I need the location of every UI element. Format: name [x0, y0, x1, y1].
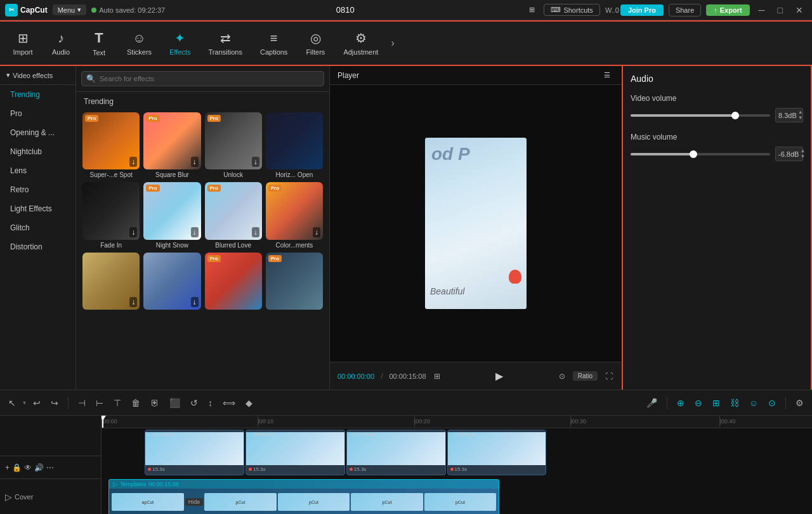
pro-badge: Pro — [207, 185, 221, 192]
close-button[interactable]: ✕ — [792, 4, 807, 16]
effect-unlock[interactable]: Pro ↓ Unlock — [205, 112, 262, 178]
zoom-button[interactable]: ⊙ — [558, 371, 566, 382]
player-menu-button[interactable]: ☰ — [600, 70, 614, 81]
track-menu-button[interactable]: ⋯ — [46, 463, 54, 472]
toolbar-text[interactable]: T Text — [81, 26, 117, 60]
effect-row3d[interactable]: Pro — [266, 253, 323, 312]
zoom-in-button[interactable]: ⊕ — [674, 396, 688, 410]
effect-row3b[interactable]: ↓ — [143, 253, 200, 312]
video-clip-4[interactable]: 15.3s ...nd Paradi — [447, 430, 547, 475]
filters-label: Filters — [306, 48, 325, 56]
toolbar-import[interactable]: ⊞ Import — [5, 27, 41, 60]
minimize-button[interactable]: ─ — [755, 4, 769, 16]
toolbar-more-button[interactable]: › — [388, 35, 396, 51]
grid-view-button[interactable]: ⊞ — [525, 4, 539, 15]
toolbar-captions[interactable]: ≡ Captions — [252, 27, 295, 60]
toolbar-adjustment[interactable]: ⚙ Adjustment — [336, 27, 386, 60]
tl-sep1 — [68, 397, 69, 409]
zoom-out-button[interactable]: ⊖ — [691, 396, 705, 410]
trim-right-button[interactable]: ⊤ — [110, 396, 124, 410]
menu-button[interactable]: Menu ▾ — [53, 4, 87, 15]
maximize-button[interactable]: □ — [774, 4, 787, 16]
sidebar-item-lens[interactable]: Lens — [0, 161, 75, 180]
video-vol-down[interactable]: ▼ — [798, 115, 803, 121]
effect-row3a[interactable]: ↓ — [82, 253, 140, 312]
tl-sep2 — [667, 397, 667, 409]
sidebar-item-nightclub[interactable]: Nightclub — [0, 142, 75, 161]
video-volume-row: Video volume 8.3dB ▲ ▼ — [631, 94, 803, 122]
fit-button[interactable]: ⊞ — [709, 396, 723, 410]
split-button[interactable]: ⊣ — [75, 396, 89, 410]
sidebar-item-pro[interactable]: Pro — [0, 104, 75, 123]
hide-button[interactable]: Hide — [185, 498, 204, 506]
ratio-button[interactable]: Ratio — [573, 371, 598, 381]
join-pro-button[interactable]: Join Pro — [620, 4, 664, 16]
share-button[interactable]: Share — [669, 4, 701, 16]
sidebar-item-distortion[interactable]: Distortion — [0, 237, 75, 256]
grid-icon-button[interactable]: ⊞ — [433, 371, 442, 382]
toolbar-audio[interactable]: ♪ Audio — [43, 27, 79, 60]
effect-fade-in[interactable]: ↓ Fade In — [82, 182, 140, 248]
toolbar-filters[interactable]: ◎ Filters — [298, 27, 333, 60]
sidebar-item-retro[interactable]: Retro — [0, 180, 75, 199]
effect-color-ments[interactable]: Pro ↓ Color...ments — [266, 182, 323, 248]
emoji-button[interactable]: ☺ — [746, 396, 761, 410]
effect-square-blur[interactable]: Pro ↓ Square Blur — [143, 112, 200, 178]
track-vol-button[interactable]: 🔊 — [34, 463, 44, 472]
mask-button[interactable]: ⛨ — [147, 396, 162, 410]
more-button[interactable]: ⊙ — [765, 396, 779, 410]
captions-label: Captions — [260, 48, 287, 56]
effect-horiz-open[interactable]: Horiz... Open — [266, 112, 323, 178]
template-bar[interactable]: ▷ Templates 00:00:15:08 apCut Hide pCut … — [108, 479, 499, 514]
track-eye-button[interactable]: 👁 — [24, 463, 32, 472]
delete-button[interactable]: 🗑 — [128, 396, 143, 410]
settings-button[interactable]: ⚙ — [792, 396, 807, 410]
light-effects-label: Light Effects — [10, 204, 52, 213]
sidebar-item-opening[interactable]: Opening & ... — [0, 123, 75, 142]
fullscreen-button[interactable]: ⛶ — [604, 371, 614, 382]
effect-blurred-love[interactable]: Pro ↓ Blurred Love — [205, 182, 262, 248]
cursor-tool[interactable]: ↖ — [5, 396, 19, 410]
freeze-button[interactable]: ⬛ — [166, 396, 183, 410]
video-effects-header[interactable]: ▾ Video effects — [0, 66, 75, 85]
toolbar-effects[interactable]: ✦ Effects — [162, 27, 198, 60]
effect-row3c[interactable]: Pro — [205, 253, 262, 312]
play-button[interactable]: ▶ — [495, 370, 503, 382]
export-button[interactable]: ↑ Export — [706, 4, 749, 16]
trim-left-button[interactable]: ⊢ — [93, 396, 107, 410]
redo-button[interactable]: ↪ — [48, 396, 62, 410]
rotate-button[interactable]: ↺ — [187, 396, 201, 410]
undo-button[interactable]: ↩ — [30, 396, 44, 410]
video-clip-3[interactable]: 15.3s ...nd Paradi — [346, 430, 446, 475]
effect-super-spot[interactable]: Pro ↓ Super-...e Spot — [82, 112, 140, 178]
link-button[interactable]: ⛓ — [727, 396, 742, 410]
music-volume-slider[interactable] — [631, 153, 770, 155]
effects-search-input[interactable] — [81, 71, 324, 86]
sidebar-item-trending[interactable]: Trending — [0, 85, 75, 104]
template-seg-3: pCut — [278, 493, 350, 511]
toolbar-stickers[interactable]: ☺ Stickers — [119, 27, 159, 60]
video-vol-up[interactable]: ▲ — [798, 110, 803, 115]
video-volume-thumb[interactable] — [731, 112, 739, 119]
toolbar-transitions[interactable]: ⇄ Transitions — [201, 27, 250, 60]
track-add-button[interactable]: + — [5, 463, 10, 472]
crop-button[interactable]: ⟺ — [219, 396, 239, 410]
video-clip-1[interactable]: 15.3s ...nd Paradi — [145, 430, 244, 475]
nightclub-label: Nightclub — [10, 147, 42, 156]
sidebar-item-light-effects[interactable]: Light Effects — [0, 199, 75, 218]
mic-button[interactable]: 🎤 — [643, 396, 660, 410]
music-vol-up[interactable]: ▲ — [800, 148, 805, 154]
playhead[interactable] — [102, 416, 103, 428]
track-lock-button[interactable]: 🔒 — [12, 463, 22, 472]
keyframe-button[interactable]: ◆ — [242, 396, 256, 410]
sidebar-item-glitch[interactable]: Glitch — [0, 218, 75, 237]
flip-button[interactable]: ↕ — [205, 396, 216, 410]
music-volume-thumb[interactable] — [690, 150, 697, 158]
video-clip-2[interactable]: 15.3s ...nd Paradi — [246, 430, 345, 475]
music-vol-down[interactable]: ▼ — [800, 154, 805, 159]
menu-arrow: ▾ — [77, 6, 81, 14]
effect-thumb-row3a: ↓ — [82, 253, 140, 310]
shortcuts-button[interactable]: ⌨ Shortcuts — [544, 4, 599, 16]
effect-night-snow[interactable]: Pro ↓ Night Snow — [143, 182, 200, 248]
video-volume-slider[interactable] — [631, 114, 770, 117]
